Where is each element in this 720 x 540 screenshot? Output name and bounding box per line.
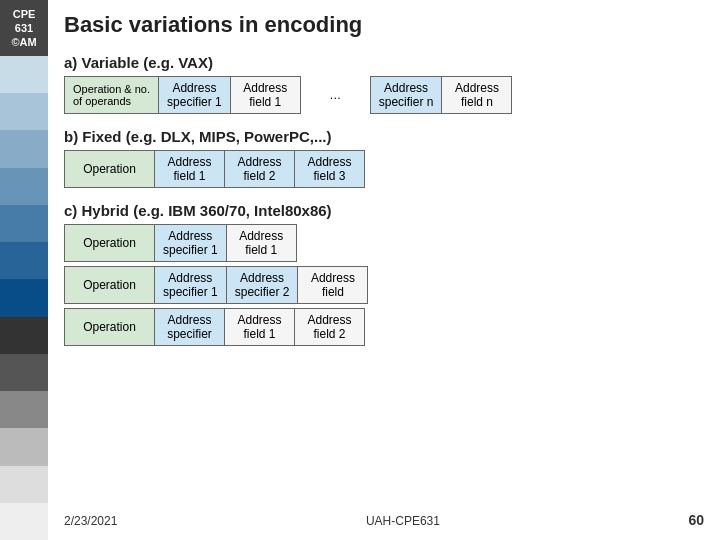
- cell-addr-spec-n: Addressspecifier n: [370, 77, 442, 114]
- cell-ellipsis: …: [300, 77, 370, 114]
- cell-addr-spec-c2b: Addressspecifier 2: [226, 267, 298, 304]
- cell-addr-field-b3: Addressfield 3: [295, 151, 365, 188]
- cell-addr-field-c2: Addressfield: [298, 267, 368, 304]
- sidebar-stripe: [0, 242, 48, 279]
- table-row: Operation Addressspecifier 1 Addressfiel…: [65, 225, 297, 262]
- section-a: a) Variable (e.g. VAX) Operation & no.of…: [64, 52, 704, 114]
- table-row: Operation & no.of operands Addressspecif…: [65, 77, 512, 114]
- sidebar-stripe: [0, 168, 48, 205]
- cell-addr-spec-c1: Addressspecifier 1: [155, 225, 227, 262]
- footer-page: 60: [688, 512, 704, 528]
- cell-addr-spec-c3: Addressspecifier: [155, 309, 225, 346]
- cell-addr-field-c1: Addressfield 1: [226, 225, 296, 262]
- table-row: Operation Addressfield 1 Addressfield 2 …: [65, 151, 365, 188]
- page-title: Basic variations in encoding: [64, 12, 704, 38]
- sidebar-stripe: [0, 205, 48, 242]
- cell-addr-field-b2: Addressfield 2: [225, 151, 295, 188]
- sidebar-stripe: [0, 503, 48, 540]
- section-a-label: a) Variable (e.g. VAX): [64, 54, 704, 71]
- section-c-table-1: Operation Addressspecifier 1 Addressfiel…: [64, 224, 297, 262]
- section-c-label: c) Hybrid (e.g. IBM 360/70, Intel80x86): [64, 202, 704, 219]
- sidebar-stripe: [0, 130, 48, 167]
- section-c-table-2: Operation Addressspecifier 1 Addressspec…: [64, 266, 368, 304]
- cell-op-c2: Operation: [65, 267, 155, 304]
- sidebar-stripe: [0, 56, 48, 93]
- cell-addr-field-b1: Addressfield 1: [155, 151, 225, 188]
- sidebar-stripe: [0, 428, 48, 465]
- footer: 2/23/2021 UAH-CPE631 60: [64, 506, 704, 528]
- cell-addr-spec-1: Addressspecifier 1: [159, 77, 231, 114]
- sidebar-stripe: [0, 466, 48, 503]
- section-c-table-3: Operation Addressspecifier Addressfield …: [64, 308, 365, 346]
- sidebar-stripe: [0, 391, 48, 428]
- cell-addr-field-1: Addressfield 1: [230, 77, 300, 114]
- cell-operation-b: Operation: [65, 151, 155, 188]
- footer-course: UAH-CPE631: [366, 514, 440, 528]
- section-b-table: Operation Addressfield 1 Addressfield 2 …: [64, 150, 365, 188]
- cell-addr-field-c3b: Addressfield 2: [295, 309, 365, 346]
- cell-op-c3: Operation: [65, 309, 155, 346]
- sidebar-stripe: [0, 93, 48, 130]
- cell-addr-spec-c2a: Addressspecifier 1: [155, 267, 227, 304]
- footer-date: 2/23/2021: [64, 514, 117, 528]
- table-row: Operation Addressspecifier Addressfield …: [65, 309, 365, 346]
- sidebar-stripe: [0, 279, 48, 316]
- table-row: Operation Addressspecifier 1 Addressspec…: [65, 267, 368, 304]
- cell-addr-field-c3a: Addressfield 1: [225, 309, 295, 346]
- sidebar-stripe: [0, 317, 48, 354]
- main-content: Basic variations in encoding a) Variable…: [48, 0, 720, 540]
- cell-addr-field-n: Addressfield n: [442, 77, 512, 114]
- sidebar-header: CPE 631 ©AM: [0, 0, 48, 56]
- section-b: b) Fixed (e.g. DLX, MIPS, PowerPC,...) O…: [64, 126, 704, 188]
- sidebar-stripe: [0, 354, 48, 391]
- sidebar: CPE 631 ©AM: [0, 0, 48, 540]
- section-c: c) Hybrid (e.g. IBM 360/70, Intel80x86) …: [64, 200, 704, 350]
- sidebar-stripes: [0, 56, 48, 540]
- cell-op-c1: Operation: [65, 225, 155, 262]
- cell-operation-no: Operation & no.of operands: [65, 77, 159, 114]
- section-a-table: Operation & no.of operands Addressspecif…: [64, 76, 512, 114]
- section-b-label: b) Fixed (e.g. DLX, MIPS, PowerPC,...): [64, 128, 704, 145]
